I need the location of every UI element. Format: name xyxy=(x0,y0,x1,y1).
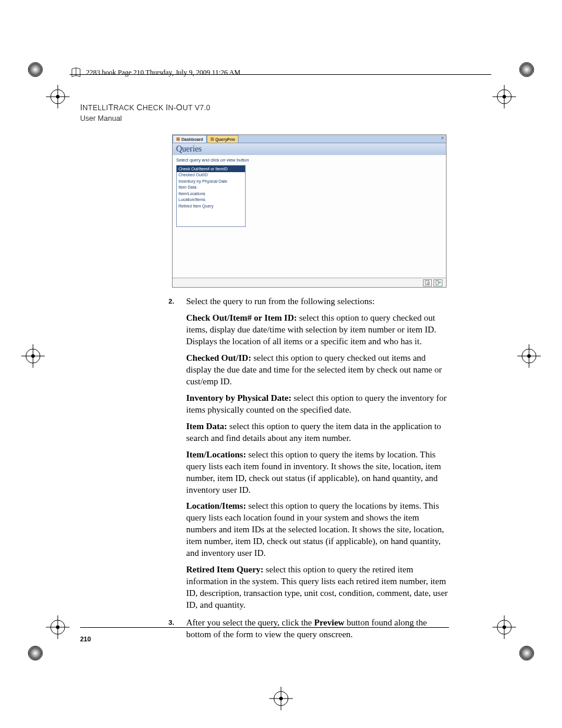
list-item[interactable]: Retired Item Query xyxy=(177,203,245,209)
panel-title: Queries xyxy=(173,143,446,155)
page-tag-text: 2283.book Page 210 Thursday, July 9, 200… xyxy=(86,68,240,77)
crosshair-mark-icon xyxy=(46,615,70,639)
svg-point-5 xyxy=(56,95,59,98)
svg-point-1 xyxy=(29,63,42,76)
crosshair-mark-icon xyxy=(492,615,516,639)
list-item[interactable]: Checked Out/ID xyxy=(177,172,245,178)
panel-instruction: Select query and click on view button xyxy=(173,155,446,164)
page-tag: 2283.book Page 210 Thursday, July 9, 200… xyxy=(70,66,240,79)
list-item[interactable]: Item Data xyxy=(177,185,245,190)
tab-close-button[interactable]: x xyxy=(439,135,446,143)
step-2: 2. Select the query to run from the foll… xyxy=(80,296,449,308)
book-icon xyxy=(70,66,82,79)
header-title: NTELLI xyxy=(82,104,108,112)
form-icon: ▦ xyxy=(210,137,214,141)
step-number: 2. xyxy=(80,296,186,308)
running-header: INTELLITRACK CHECK IN-OUT V7.0 User Manu… xyxy=(80,101,449,124)
svg-point-7 xyxy=(520,63,533,76)
query-listbox[interactable]: Check Out/Item# or ItemID Checked Out/ID… xyxy=(176,165,246,227)
crosshair-mark-icon xyxy=(517,344,541,368)
bottom-toolbar xyxy=(173,278,446,287)
option-checked-out-id: Checked Out/ID: select this option to qu… xyxy=(186,353,449,388)
option-location-items: Location/Items: select this option to qu… xyxy=(186,500,449,559)
crosshair-mark-icon xyxy=(269,687,293,710)
option-item-data: Item Data: select this option to query t… xyxy=(186,421,449,444)
svg-point-25 xyxy=(56,625,59,629)
list-item[interactable]: Item/Locations xyxy=(177,190,245,196)
tab-bar: ▦ Dashboard ▦ QueryFrm x xyxy=(173,135,446,143)
step-text: After you select the query, click the Pr… xyxy=(186,617,449,641)
svg-point-15 xyxy=(31,354,35,358)
register-mark-icon xyxy=(21,55,49,84)
option-label: Item Data: xyxy=(186,421,227,431)
preview-button[interactable] xyxy=(423,279,432,286)
svg-point-27 xyxy=(520,647,533,660)
option-item-locations: Item/Locations: select this option to qu… xyxy=(186,449,449,496)
option-label: Checked Out/ID: xyxy=(186,353,251,363)
step-text: Select the query to run from the followi… xyxy=(186,296,449,308)
tab-queryfrm[interactable]: ▦ QueryFrm xyxy=(207,135,239,143)
register-mark-icon xyxy=(513,639,541,667)
list-item[interactable]: Location/Items xyxy=(177,197,245,203)
option-label: Location/Items: xyxy=(186,501,246,510)
register-mark-icon xyxy=(21,639,49,667)
register-mark-icon xyxy=(513,55,541,84)
option-retired-item-query: Retired Item Query: select this option t… xyxy=(186,564,449,611)
list-item[interactable]: Check Out/Item# or ItemID xyxy=(177,166,245,172)
divider xyxy=(70,74,491,75)
step-number: 3. xyxy=(80,617,186,641)
app-screenshot: ▦ Dashboard ▦ QueryFrm x Queries Select … xyxy=(172,134,447,288)
crosshair-mark-icon xyxy=(21,344,45,368)
svg-point-31 xyxy=(503,625,506,629)
svg-point-19 xyxy=(527,354,531,358)
exit-button[interactable] xyxy=(434,279,442,286)
header-subtitle: User Manual xyxy=(80,113,449,124)
option-inventory-physical-date: Inventory by Physical Date: select this … xyxy=(186,393,449,416)
preview-bold: Preview xyxy=(314,618,344,627)
option-check-out-item: Check Out/Item# or Item ID: select this … xyxy=(186,312,449,348)
tab-label: QueryFrm xyxy=(216,137,235,141)
option-label: Item/Locations: xyxy=(186,450,246,459)
page-number: 210 xyxy=(80,635,91,643)
option-label: Inventory by Physical Date: xyxy=(186,393,292,403)
option-label: Check Out/Item# or Item ID: xyxy=(186,313,297,322)
svg-point-21 xyxy=(29,647,42,660)
door-exit-icon xyxy=(435,280,441,285)
tab-label: Dashboard xyxy=(181,137,203,141)
list-item[interactable]: Inventory by Physical Date xyxy=(177,178,245,184)
step-3: 3. After you select the query, click the… xyxy=(80,617,449,641)
tab-dashboard[interactable]: ▦ Dashboard xyxy=(173,135,207,143)
magnifier-icon xyxy=(425,280,431,285)
svg-point-37 xyxy=(427,282,429,285)
svg-rect-38 xyxy=(436,281,438,285)
form-icon: ▦ xyxy=(176,137,180,141)
crosshair-mark-icon xyxy=(492,85,516,108)
footer-rule xyxy=(80,627,449,628)
svg-point-11 xyxy=(503,95,506,98)
crosshair-mark-icon xyxy=(46,85,70,108)
option-label: Retired Item Query: xyxy=(186,565,263,574)
svg-point-35 xyxy=(279,697,283,700)
